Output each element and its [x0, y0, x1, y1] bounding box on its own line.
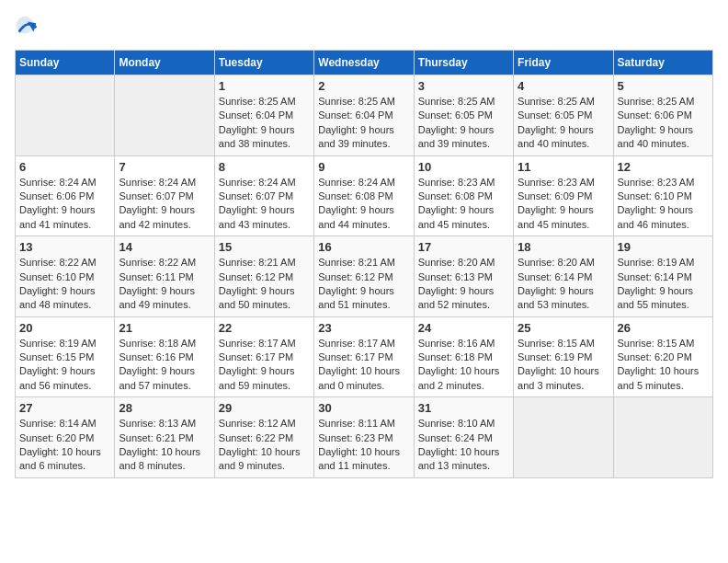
calendar-cell: 14Sunrise: 8:22 AM Sunset: 6:11 PM Dayli…	[115, 236, 214, 317]
day-number: 7	[119, 160, 210, 174]
calendar-week-row: 1Sunrise: 8:25 AM Sunset: 6:04 PM Daylig…	[16, 75, 713, 156]
weekday-header: Tuesday	[214, 51, 313, 75]
day-info: Sunrise: 8:15 AM Sunset: 6:19 PM Dayligh…	[518, 337, 609, 394]
day-info: Sunrise: 8:14 AM Sunset: 6:20 PM Dayligh…	[19, 417, 110, 474]
calendar-cell: 2Sunrise: 8:25 AM Sunset: 6:04 PM Daylig…	[314, 75, 414, 156]
day-info: Sunrise: 8:17 AM Sunset: 6:17 PM Dayligh…	[219, 337, 310, 394]
day-info: Sunrise: 8:15 AM Sunset: 6:20 PM Dayligh…	[618, 337, 709, 394]
day-number: 26	[618, 321, 709, 335]
calendar-cell: 31Sunrise: 8:10 AM Sunset: 6:24 PM Dayli…	[414, 397, 513, 478]
calendar-cell: 26Sunrise: 8:15 AM Sunset: 6:20 PM Dayli…	[613, 316, 712, 397]
day-number: 31	[418, 401, 509, 415]
day-number: 2	[318, 79, 409, 93]
day-number: 25	[518, 321, 609, 335]
calendar-table: SundayMondayTuesdayWednesdayThursdayFrid…	[15, 50, 713, 478]
calendar-cell: 24Sunrise: 8:16 AM Sunset: 6:18 PM Dayli…	[414, 316, 513, 397]
day-number: 6	[19, 160, 110, 174]
day-info: Sunrise: 8:25 AM Sunset: 6:05 PM Dayligh…	[418, 95, 509, 152]
day-number: 3	[418, 79, 509, 93]
day-number: 8	[219, 160, 310, 174]
day-number: 10	[418, 160, 509, 174]
calendar-cell: 30Sunrise: 8:11 AM Sunset: 6:23 PM Dayli…	[314, 397, 414, 478]
day-number: 19	[618, 240, 709, 254]
calendar-cell	[514, 397, 613, 478]
day-info: Sunrise: 8:19 AM Sunset: 6:14 PM Dayligh…	[618, 256, 709, 313]
day-number: 29	[219, 401, 310, 415]
day-info: Sunrise: 8:18 AM Sunset: 6:16 PM Dayligh…	[119, 337, 210, 394]
weekday-header: Friday	[514, 51, 613, 75]
day-number: 23	[318, 321, 409, 335]
calendar-week-row: 27Sunrise: 8:14 AM Sunset: 6:20 PM Dayli…	[16, 397, 713, 478]
calendar-cell: 29Sunrise: 8:12 AM Sunset: 6:22 PM Dayli…	[214, 397, 313, 478]
calendar-week-row: 20Sunrise: 8:19 AM Sunset: 6:15 PM Dayli…	[16, 316, 713, 397]
day-info: Sunrise: 8:24 AM Sunset: 6:06 PM Dayligh…	[19, 176, 110, 233]
calendar-cell: 25Sunrise: 8:15 AM Sunset: 6:19 PM Dayli…	[514, 316, 613, 397]
day-info: Sunrise: 8:25 AM Sunset: 6:05 PM Dayligh…	[518, 95, 609, 152]
calendar-cell: 20Sunrise: 8:19 AM Sunset: 6:15 PM Dayli…	[16, 316, 115, 397]
day-number: 14	[119, 240, 210, 254]
day-info: Sunrise: 8:21 AM Sunset: 6:12 PM Dayligh…	[219, 256, 310, 313]
weekday-header: Thursday	[414, 51, 513, 75]
day-info: Sunrise: 8:24 AM Sunset: 6:08 PM Dayligh…	[318, 176, 409, 233]
weekday-header: Saturday	[613, 51, 712, 75]
calendar-cell: 18Sunrise: 8:20 AM Sunset: 6:14 PM Dayli…	[514, 236, 613, 317]
day-info: Sunrise: 8:17 AM Sunset: 6:17 PM Dayligh…	[318, 337, 409, 394]
day-info: Sunrise: 8:21 AM Sunset: 6:12 PM Dayligh…	[318, 256, 409, 313]
day-info: Sunrise: 8:16 AM Sunset: 6:18 PM Dayligh…	[418, 337, 509, 394]
day-info: Sunrise: 8:20 AM Sunset: 6:13 PM Dayligh…	[418, 256, 509, 313]
calendar-cell: 22Sunrise: 8:17 AM Sunset: 6:17 PM Dayli…	[214, 316, 313, 397]
day-info: Sunrise: 8:13 AM Sunset: 6:21 PM Dayligh…	[119, 417, 210, 474]
day-info: Sunrise: 8:12 AM Sunset: 6:22 PM Dayligh…	[219, 417, 310, 474]
calendar-cell: 6Sunrise: 8:24 AM Sunset: 6:06 PM Daylig…	[16, 155, 115, 236]
calendar-week-row: 6Sunrise: 8:24 AM Sunset: 6:06 PM Daylig…	[16, 155, 713, 236]
day-info: Sunrise: 8:22 AM Sunset: 6:10 PM Dayligh…	[19, 256, 110, 313]
calendar-cell	[613, 397, 712, 478]
day-number: 12	[618, 160, 709, 174]
weekday-header: Monday	[115, 51, 214, 75]
calendar-cell: 11Sunrise: 8:23 AM Sunset: 6:09 PM Dayli…	[514, 155, 613, 236]
weekday-header: Wednesday	[314, 51, 414, 75]
day-number: 9	[318, 160, 409, 174]
day-info: Sunrise: 8:23 AM Sunset: 6:10 PM Dayligh…	[618, 176, 709, 233]
day-number: 18	[518, 240, 609, 254]
page-header	[15, 15, 713, 40]
calendar-cell: 15Sunrise: 8:21 AM Sunset: 6:12 PM Dayli…	[214, 236, 313, 317]
day-info: Sunrise: 8:10 AM Sunset: 6:24 PM Dayligh…	[418, 417, 509, 474]
day-number: 13	[19, 240, 110, 254]
day-number: 22	[219, 321, 310, 335]
calendar-cell: 12Sunrise: 8:23 AM Sunset: 6:10 PM Dayli…	[613, 155, 712, 236]
calendar-cell: 19Sunrise: 8:19 AM Sunset: 6:14 PM Dayli…	[613, 236, 712, 317]
day-info: Sunrise: 8:23 AM Sunset: 6:08 PM Dayligh…	[418, 176, 509, 233]
day-info: Sunrise: 8:23 AM Sunset: 6:09 PM Dayligh…	[518, 176, 609, 233]
day-info: Sunrise: 8:19 AM Sunset: 6:15 PM Dayligh…	[19, 337, 110, 394]
calendar-cell: 1Sunrise: 8:25 AM Sunset: 6:04 PM Daylig…	[214, 75, 313, 156]
day-number: 27	[19, 401, 110, 415]
calendar-cell	[115, 75, 214, 156]
day-info: Sunrise: 8:25 AM Sunset: 6:06 PM Dayligh…	[618, 95, 709, 152]
calendar-cell: 21Sunrise: 8:18 AM Sunset: 6:16 PM Dayli…	[115, 316, 214, 397]
calendar-cell: 13Sunrise: 8:22 AM Sunset: 6:10 PM Dayli…	[16, 236, 115, 317]
calendar-cell: 8Sunrise: 8:24 AM Sunset: 6:07 PM Daylig…	[214, 155, 313, 236]
day-number: 1	[219, 79, 310, 93]
day-number: 24	[418, 321, 509, 335]
logo	[15, 15, 44, 40]
calendar-week-row: 13Sunrise: 8:22 AM Sunset: 6:10 PM Dayli…	[16, 236, 713, 317]
calendar-cell: 23Sunrise: 8:17 AM Sunset: 6:17 PM Dayli…	[314, 316, 414, 397]
calendar-cell: 5Sunrise: 8:25 AM Sunset: 6:06 PM Daylig…	[613, 75, 712, 156]
calendar-cell: 4Sunrise: 8:25 AM Sunset: 6:05 PM Daylig…	[514, 75, 613, 156]
calendar-cell: 7Sunrise: 8:24 AM Sunset: 6:07 PM Daylig…	[115, 155, 214, 236]
day-info: Sunrise: 8:25 AM Sunset: 6:04 PM Dayligh…	[318, 95, 409, 152]
day-info: Sunrise: 8:11 AM Sunset: 6:23 PM Dayligh…	[318, 417, 409, 474]
day-number: 15	[219, 240, 310, 254]
day-number: 28	[119, 401, 210, 415]
calendar-cell: 10Sunrise: 8:23 AM Sunset: 6:08 PM Dayli…	[414, 155, 513, 236]
day-info: Sunrise: 8:22 AM Sunset: 6:11 PM Dayligh…	[119, 256, 210, 313]
calendar-cell	[16, 75, 115, 156]
calendar-header: SundayMondayTuesdayWednesdayThursdayFrid…	[16, 51, 713, 75]
calendar-cell: 17Sunrise: 8:20 AM Sunset: 6:13 PM Dayli…	[414, 236, 513, 317]
calendar-body: 1Sunrise: 8:25 AM Sunset: 6:04 PM Daylig…	[16, 75, 713, 478]
calendar-cell: 16Sunrise: 8:21 AM Sunset: 6:12 PM Dayli…	[314, 236, 414, 317]
day-number: 17	[418, 240, 509, 254]
day-number: 16	[318, 240, 409, 254]
day-number: 11	[518, 160, 609, 174]
